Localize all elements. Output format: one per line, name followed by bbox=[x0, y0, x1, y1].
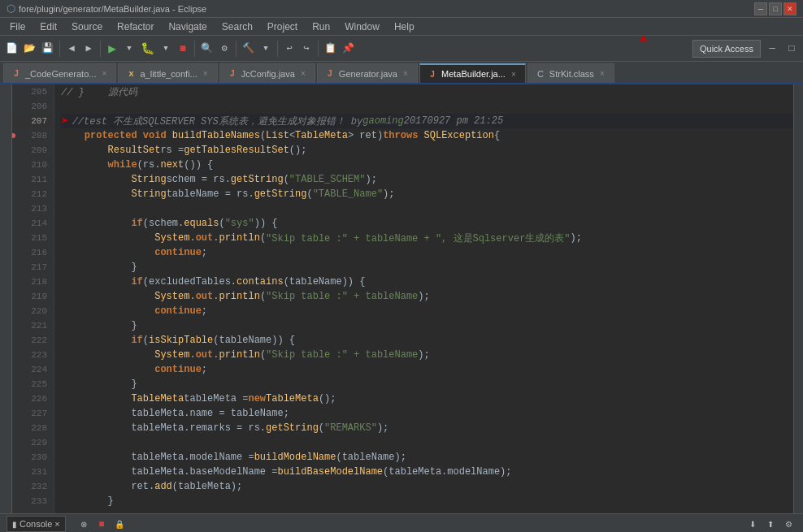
menu-help[interactable]: Help bbox=[388, 18, 421, 35]
build-button[interactable]: 🔨 bbox=[240, 39, 257, 58]
menu-run[interactable]: Run bbox=[306, 18, 336, 35]
line-arrow-indicator: ➤ bbox=[61, 113, 69, 129]
vertical-scrollbar[interactable] bbox=[793, 84, 803, 513]
menu-file[interactable]: File bbox=[3, 18, 32, 35]
menu-source[interactable]: Source bbox=[65, 18, 109, 35]
console-tab-close[interactable]: × bbox=[54, 519, 59, 529]
tab-generator[interactable]: J Generator.java × bbox=[317, 63, 418, 83]
back-button[interactable]: ◀ bbox=[63, 39, 80, 58]
tab-generator-close[interactable]: × bbox=[401, 69, 410, 79]
tab-jcconfig-close[interactable]: × bbox=[298, 69, 308, 79]
line-num-222: 222 bbox=[12, 333, 54, 348]
breakpoint-indicator bbox=[12, 133, 15, 138]
tab-codegenerator-close[interactable]: × bbox=[99, 69, 109, 79]
line-num-230: 230 bbox=[12, 450, 54, 465]
menu-refactor[interactable]: Refactor bbox=[111, 18, 160, 35]
menu-project[interactable]: Project bbox=[261, 18, 304, 35]
toolbar-sep-4 bbox=[236, 41, 237, 57]
menu-window[interactable]: Window bbox=[338, 18, 386, 35]
build-dropdown[interactable]: ▼ bbox=[258, 39, 274, 58]
menu-search[interactable]: Search bbox=[215, 18, 259, 35]
debug-dropdown[interactable]: ▼ bbox=[158, 39, 174, 58]
line-num-226: 226 bbox=[12, 391, 54, 406]
code-line-231: tableMeta.baseModelName = buildBaseModel… bbox=[61, 465, 793, 479]
tab-metabuilder-close[interactable]: × bbox=[509, 69, 519, 79]
line-num-223: 223 bbox=[12, 348, 54, 362]
code-line-222: if ( isSkipTable (tableName)) { bbox=[61, 333, 793, 348]
code-line-228: tableMeta.remarks = rs. getString ( "REM… bbox=[61, 421, 793, 435]
line-num-219: 219 bbox=[12, 289, 54, 304]
tab-jcconfig[interactable]: J JcConfig.java × bbox=[219, 63, 315, 83]
code-line-211: String schem = rs. getString ( "TABLE_SC… bbox=[61, 172, 793, 187]
run-dropdown[interactable]: ▼ bbox=[121, 39, 137, 58]
window-title: fore/plugin/generator/MetaBuilder.java -… bbox=[19, 4, 206, 14]
line-num-211: 211 bbox=[12, 172, 54, 187]
code-line-214: if (schem. equals ( "sys" )) { bbox=[61, 216, 793, 231]
maximize-view-button[interactable]: □ bbox=[783, 39, 800, 58]
code-line-225: } bbox=[61, 377, 793, 391]
minimize-button[interactable]: ─ bbox=[754, 2, 767, 15]
code-line-218: if (excludedTables. contains (tableName)… bbox=[61, 275, 793, 289]
code-line-220: continue ; bbox=[61, 304, 793, 318]
tab-strkit[interactable]: C StrKit.class × bbox=[527, 63, 614, 83]
code-line-208: protected void buildTableNames ( List < … bbox=[61, 128, 793, 143]
code-line-216: continue ; bbox=[61, 245, 793, 260]
line-num-233: 233 bbox=[12, 494, 54, 508]
code-line-232: ret. add (tableMeta); bbox=[61, 479, 793, 494]
forward-button[interactable]: ▶ bbox=[80, 39, 97, 58]
debug-button[interactable]: 🐛 bbox=[138, 39, 157, 58]
tab-codegenerator[interactable]: J _CodeGenerato... × bbox=[3, 63, 116, 83]
line-num-213: 213 bbox=[12, 201, 54, 216]
menu-navigate[interactable]: Navigate bbox=[162, 18, 213, 35]
quick-access-button[interactable]: Quick Access bbox=[692, 40, 761, 58]
console-bar: ▮ Console × ⊗ ■ 🔒 ⬇ ⬆ ⚙ bbox=[0, 513, 803, 532]
console-clear-button[interactable]: ⊗ bbox=[76, 514, 92, 532]
code-line-229 bbox=[61, 435, 793, 450]
console-settings-button[interactable]: ⚙ bbox=[780, 514, 796, 532]
open-button[interactable]: 📂 bbox=[21, 39, 38, 58]
minimize-view-button[interactable]: ─ bbox=[764, 39, 780, 58]
app-icon: ⬡ bbox=[7, 2, 15, 15]
console-minimize-button[interactable]: ⬇ bbox=[744, 514, 761, 532]
console-maximize-button[interactable]: ⬆ bbox=[762, 514, 779, 532]
line-num-214: 214 bbox=[12, 216, 54, 231]
close-button[interactable]: ✕ bbox=[783, 2, 796, 15]
toolbar-btn-b[interactable]: ↪ bbox=[298, 39, 315, 58]
settings-button[interactable]: ⚙ bbox=[216, 39, 232, 58]
toolbar-sep-3 bbox=[194, 41, 195, 57]
tab-generator-label: Generator.java bbox=[339, 69, 397, 79]
code-line-224: continue ; bbox=[61, 362, 793, 377]
toolbar-btn-d[interactable]: 📌 bbox=[340, 39, 357, 58]
stop-button[interactable]: ■ bbox=[175, 39, 191, 58]
code-line-210: while (rs. next ()) { bbox=[61, 158, 793, 172]
console-icon: ▮ bbox=[12, 520, 17, 529]
menu-edit[interactable]: Edit bbox=[33, 18, 63, 35]
xml-icon: X bbox=[125, 68, 137, 80]
run-button[interactable]: ▶ bbox=[104, 39, 120, 58]
tab-alittle-close[interactable]: × bbox=[201, 69, 211, 79]
menu-bar: File Edit Source Refactor Navigate Searc… bbox=[0, 18, 803, 36]
tab-strkit-close[interactable]: × bbox=[597, 69, 607, 79]
console-tab[interactable]: ▮ Console × bbox=[7, 516, 66, 532]
generator-java-icon: J bbox=[324, 68, 336, 80]
maximize-button[interactable]: □ bbox=[769, 2, 782, 15]
toolbar-btn-c[interactable]: 📋 bbox=[322, 39, 339, 58]
line-num-224: 224 bbox=[12, 362, 54, 377]
search-button[interactable]: 🔍 bbox=[198, 39, 215, 58]
toolbar-btn-a[interactable]: ↩ bbox=[281, 39, 297, 58]
line-num-210: 210 bbox=[12, 158, 54, 172]
line-numbers: 205 206 207 208 209 210 211 212 213 214 … bbox=[12, 84, 54, 513]
save-button[interactable]: 💾 bbox=[39, 39, 56, 58]
tab-bar: J _CodeGenerato... × X a_little_confi...… bbox=[0, 62, 803, 84]
tab-metabuilder[interactable]: J MetaBuilder.ja... × bbox=[419, 63, 526, 83]
console-stop-button[interactable]: ■ bbox=[93, 514, 110, 532]
line-num-209: 209 bbox=[12, 143, 54, 158]
code-editor[interactable]: // } 源代码 ➤ //test 不生成SQLSERVER SYS系统表，避免… bbox=[54, 84, 793, 513]
tab-alittle[interactable]: X a_little_confi... × bbox=[118, 63, 217, 83]
code-line-217: } bbox=[61, 260, 793, 275]
toolbar-sep-5 bbox=[277, 41, 278, 57]
code-line-207: ➤ //test 不生成SQLSERVER SYS系统表，避免生成对象报错！ b… bbox=[61, 114, 793, 128]
code-line-227: tableMeta.name = tableName; bbox=[61, 406, 793, 421]
new-button[interactable]: 📄 bbox=[3, 39, 20, 58]
console-scroll-lock-button[interactable]: 🔒 bbox=[111, 514, 128, 532]
